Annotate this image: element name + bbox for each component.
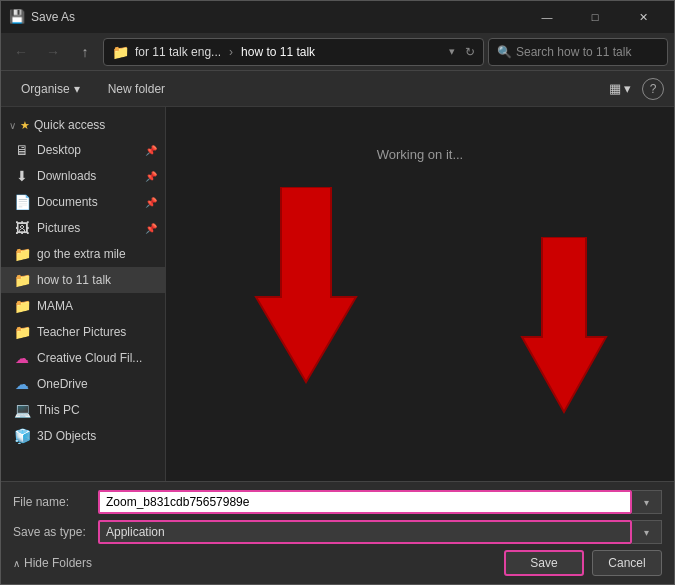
sidebar-label-3d-objects: 3D Objects <box>37 429 96 443</box>
sidebar-item-documents[interactable]: 📄 Documents 📌 <box>1 189 165 215</box>
sidebar-item-how-to[interactable]: 📁 how to 11 talk <box>1 267 165 293</box>
sidebar-label-downloads: Downloads <box>37 169 96 183</box>
sidebar-label-onedrive: OneDrive <box>37 377 88 391</box>
sidebar-item-creative-cloud[interactable]: ☁ Creative Cloud Fil... <box>1 345 165 371</box>
working-status: Working on it... <box>377 147 463 162</box>
creative-cloud-icon: ☁ <box>13 349 31 367</box>
desktop-icon: 🖥 <box>13 141 31 159</box>
pictures-icon: 🖼 <box>13 219 31 237</box>
organise-label: Organise <box>21 82 70 96</box>
sidebar-label-this-pc: This PC <box>37 403 80 417</box>
sidebar-item-pictures[interactable]: 🖼 Pictures 📌 <box>1 215 165 241</box>
window-controls: — □ ✕ <box>524 1 666 33</box>
quick-access-star: ★ <box>20 119 30 132</box>
sidebar-label-documents: Documents <box>37 195 98 209</box>
bottom-section: File name: Zoom_b831cdb75657989e ▾ Save … <box>1 481 674 584</box>
filename-value: Zoom_b831cdb75657989e <box>106 495 249 509</box>
main-content: ∨ ★ Quick access 🖥 Desktop 📌 ⬇ Downloads… <box>1 107 674 481</box>
back-button[interactable]: ← <box>7 38 35 66</box>
how-to-icon: 📁 <box>13 271 31 289</box>
sidebar-label-mama: MAMA <box>37 299 73 313</box>
savetype-dropdown-arrow[interactable]: ▾ <box>632 520 662 544</box>
help-button[interactable]: ? <box>642 78 664 100</box>
hide-folders-chevron: ∧ <box>13 558 20 569</box>
pin-icon-documents: 📌 <box>145 197 157 208</box>
folder-icon: 📁 <box>112 44 129 60</box>
sidebar-label-go-extra: go the extra mile <box>37 247 126 261</box>
sidebar-section-quick-access[interactable]: ∨ ★ Quick access <box>1 113 165 137</box>
bottom-buttons-row: ∧ Hide Folders Save Cancel <box>13 550 662 576</box>
savetype-label: Save as type: <box>13 525 98 539</box>
forward-button[interactable]: → <box>39 38 67 66</box>
up-button[interactable]: ↑ <box>71 38 99 66</box>
sidebar-label-desktop: Desktop <box>37 143 81 157</box>
sidebar-item-this-pc[interactable]: 💻 This PC <box>1 397 165 423</box>
sidebar-item-go-extra[interactable]: 📁 go the extra mile <box>1 241 165 267</box>
pin-icon-pictures: 📌 <box>145 223 157 234</box>
filename-input[interactable]: Zoom_b831cdb75657989e <box>98 490 632 514</box>
organise-button[interactable]: Organise ▾ <box>11 76 90 102</box>
sidebar-item-3d-objects[interactable]: 🧊 3D Objects <box>1 423 165 449</box>
breadcrumb-parent: for 11 talk eng... <box>135 45 221 59</box>
savetype-input[interactable]: Application <box>98 520 632 544</box>
maximize-button[interactable]: □ <box>572 1 618 33</box>
sidebar-label-teacher-pictures: Teacher Pictures <box>37 325 126 339</box>
toolbar-row: Organise ▾ New folder ▦ ▾ ? <box>1 71 674 107</box>
bottom-actions: Save Cancel <box>504 550 662 576</box>
sidebar-item-teacher-pictures[interactable]: 📁 Teacher Pictures <box>1 319 165 345</box>
view-button[interactable]: ▦ ▾ <box>606 75 634 103</box>
organise-arrow: ▾ <box>74 82 80 96</box>
this-pc-icon: 💻 <box>13 401 31 419</box>
svg-marker-2 <box>522 237 606 412</box>
window-icon: 💾 <box>9 9 25 25</box>
address-bar-row: ← → ↑ 📁 for 11 talk eng... › how to 11 t… <box>1 33 674 71</box>
new-folder-label: New folder <box>108 82 165 96</box>
pin-icon-downloads: 📌 <box>145 171 157 182</box>
sidebar-item-mama[interactable]: 📁 MAMA <box>1 293 165 319</box>
new-folder-button[interactable]: New folder <box>98 76 175 102</box>
3d-objects-icon: 🧊 <box>13 427 31 445</box>
sidebar-item-desktop[interactable]: 🖥 Desktop 📌 <box>1 137 165 163</box>
sidebar-label-pictures: Pictures <box>37 221 80 235</box>
save-as-dialog: 💾 Save As — □ ✕ ← → ↑ 📁 for 11 talk eng.… <box>0 0 675 585</box>
chevron-icon: ∨ <box>9 120 16 131</box>
sidebar: ∨ ★ Quick access 🖥 Desktop 📌 ⬇ Downloads… <box>1 107 166 481</box>
onedrive-icon: ☁ <box>13 375 31 393</box>
title-bar: 💾 Save As — □ ✕ <box>1 1 674 33</box>
breadcrumb-current: how to 11 talk <box>241 45 315 59</box>
save-button[interactable]: Save <box>504 550 584 576</box>
search-placeholder: Search how to 11 talk <box>516 45 631 59</box>
refresh-icon[interactable]: ↻ <box>465 45 475 59</box>
teacher-pictures-icon: 📁 <box>13 323 31 341</box>
hide-folders-label: Hide Folders <box>24 556 92 570</box>
file-pane: Working on it... <box>166 107 674 481</box>
pin-icon-desktop: 📌 <box>145 145 157 156</box>
documents-icon: 📄 <box>13 193 31 211</box>
savetype-row: Save as type: Application ▾ <box>13 520 662 544</box>
downloads-icon: ⬇ <box>13 167 31 185</box>
dropdown-arrow: ▾ <box>449 45 455 58</box>
right-arrow-annotation <box>514 237 614 417</box>
window-title: Save As <box>31 10 524 24</box>
filename-row: File name: Zoom_b831cdb75657989e ▾ <box>13 490 662 514</box>
hide-folders-toggle[interactable]: ∧ Hide Folders <box>13 556 92 570</box>
address-box[interactable]: 📁 for 11 talk eng... › how to 11 talk ▾ … <box>103 38 484 66</box>
mama-icon: 📁 <box>13 297 31 315</box>
filename-dropdown-arrow[interactable]: ▾ <box>632 490 662 514</box>
left-arrow-annotation <box>246 187 366 387</box>
minimize-button[interactable]: — <box>524 1 570 33</box>
search-icon: 🔍 <box>497 45 512 59</box>
search-box[interactable]: 🔍 Search how to 11 talk <box>488 38 668 66</box>
savetype-value: Application <box>106 525 165 539</box>
cancel-button[interactable]: Cancel <box>592 550 662 576</box>
sidebar-label-how-to: how to 11 talk <box>37 273 111 287</box>
breadcrumb-separator: › <box>229 45 233 59</box>
sidebar-item-downloads[interactable]: ⬇ Downloads 📌 <box>1 163 165 189</box>
svg-marker-1 <box>256 187 356 382</box>
filename-label: File name: <box>13 495 98 509</box>
sidebar-label-creative-cloud: Creative Cloud Fil... <box>37 351 142 365</box>
go-extra-icon: 📁 <box>13 245 31 263</box>
sidebar-item-onedrive[interactable]: ☁ OneDrive <box>1 371 165 397</box>
quick-access-label: Quick access <box>34 118 105 132</box>
close-button[interactable]: ✕ <box>620 1 666 33</box>
